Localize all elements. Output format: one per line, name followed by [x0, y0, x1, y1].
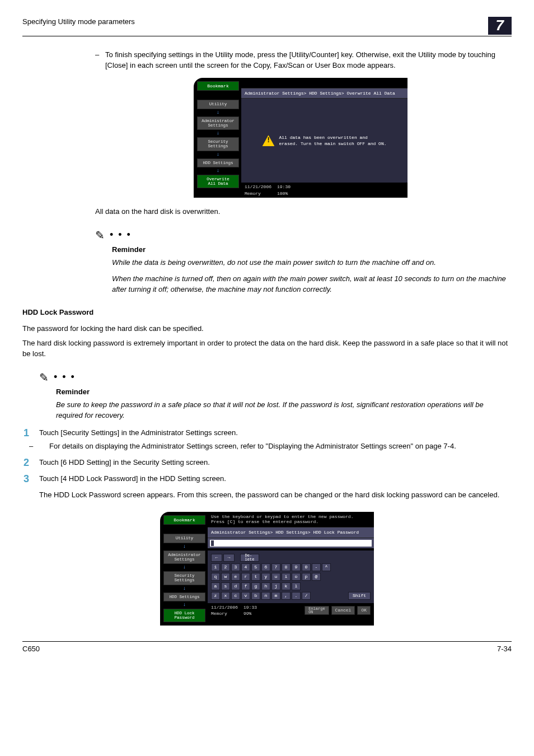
page-header-title: Specifying Utility mode parameters — [22, 17, 135, 27]
key-m[interactable]: m — [271, 592, 280, 600]
step-3-text: Touch [4 HDD Lock Password] in the HDD S… — [39, 474, 226, 483]
reminder-title: Reminder — [56, 387, 506, 398]
key-w[interactable]: w — [221, 573, 230, 581]
key-4[interactable]: 4 — [241, 563, 250, 571]
key-o[interactable]: o — [292, 573, 301, 581]
intro-bullet: –To finish specifying settings in the Ut… — [95, 50, 506, 71]
status-date: 11/21/2006 — [245, 184, 271, 189]
hdd-lock-p1: The password for locking the hard disk c… — [22, 324, 512, 334]
overwrite-message: All data has been overwritten and erased… — [279, 134, 386, 147]
reminder-icon: ✎ • • • — [95, 227, 506, 244]
arrow-down-icon: ↓ — [163, 586, 205, 591]
hdd-lock-heading: HDD Lock Password — [22, 307, 512, 318]
key-u[interactable]: u — [271, 573, 280, 581]
key-h[interactable]: h — [261, 582, 270, 590]
arrow-down-icon: ↓ — [163, 565, 205, 570]
reminder-text: While the data is being overwritten, do … — [112, 258, 506, 268]
warning-icon: ! — [262, 135, 274, 146]
key-z[interactable]: z — [211, 592, 220, 600]
key-7[interactable]: 7 — [271, 563, 280, 571]
crumb-step-lock-password[interactable]: HDD Lock Password — [163, 609, 205, 623]
key-.[interactable]: . — [292, 592, 301, 600]
key-t[interactable]: t — [251, 573, 260, 581]
key-f[interactable]: f — [241, 582, 250, 590]
arrow-down-icon: ↓ — [163, 603, 205, 608]
hdd-lock-p2: The hard disk locking password is extrem… — [22, 338, 512, 360]
arrow-left-key[interactable]: ← — [211, 554, 222, 562]
key-3[interactable]: 3 — [231, 563, 240, 571]
key-p[interactable]: p — [302, 573, 311, 581]
key-b[interactable]: b — [251, 592, 260, 600]
chapter-number: 7 — [488, 17, 512, 35]
step-number-2: 2 — [24, 458, 39, 468]
crumb-step-security[interactable]: Security Settings — [163, 571, 205, 585]
reminder-title: Reminder — [112, 245, 506, 255]
crumb-step-admin[interactable]: Administrator Settings — [163, 550, 205, 564]
breadcrumb: Administrator Settings> HDD Settings> Ov… — [241, 88, 407, 99]
key-1[interactable]: 1 — [211, 563, 220, 571]
key-e[interactable]: e — [231, 573, 240, 581]
status-memory-label: Memory — [245, 191, 261, 196]
key-d[interactable]: d — [231, 582, 240, 590]
key-9[interactable]: 9 — [292, 563, 301, 571]
key-6[interactable]: 6 — [261, 563, 270, 571]
key-0[interactable]: 0 — [302, 563, 311, 571]
footer-model: C650 — [22, 644, 40, 655]
key-v[interactable]: v — [241, 592, 250, 600]
step-number-1: 1 — [24, 428, 39, 438]
password-input[interactable] — [210, 540, 372, 547]
key-^[interactable]: ^ — [322, 563, 331, 571]
key-l[interactable]: l — [292, 582, 301, 590]
key-@[interactable]: @ — [312, 573, 321, 581]
screenshot-overwrite-complete: Bookmark Utility ↓ Administrator Setting… — [194, 78, 407, 198]
key-j[interactable]: j — [271, 582, 280, 590]
step-1-text: Touch [Security Settings] in the Adminis… — [39, 428, 238, 437]
key-x[interactable]: x — [221, 592, 230, 600]
key-y[interactable]: y — [261, 573, 270, 581]
bookmark-button[interactable]: Bookmark — [163, 515, 205, 525]
arrow-down-icon: ↓ — [197, 152, 239, 157]
arrow-down-icon: ↓ — [197, 131, 239, 136]
shift-key[interactable]: Shift — [348, 592, 371, 600]
crumb-step-utility[interactable]: Utility — [163, 534, 205, 543]
delete-key[interactable]: De- lete — [240, 554, 259, 562]
key-,[interactable]: , — [282, 592, 291, 600]
reminder-text: Be sure to keep the password in a safe p… — [56, 400, 506, 421]
crumb-step-overwrite[interactable]: Overwrite All Data — [197, 175, 239, 189]
status-memory-value: 99% — [243, 611, 251, 616]
crumb-step-admin[interactable]: Administrator Settings — [197, 116, 239, 130]
key-g[interactable]: g — [251, 582, 260, 590]
key-a[interactable]: a — [211, 582, 220, 590]
key-r[interactable]: r — [241, 573, 250, 581]
step-2-text: Touch [6 HDD Setting] in the Security Se… — [39, 458, 210, 466]
key--[interactable]: - — [312, 563, 321, 571]
arrow-down-icon: ↓ — [163, 544, 205, 549]
key-5[interactable]: 5 — [251, 563, 260, 571]
key-/[interactable]: / — [302, 592, 311, 600]
step-1-sub: For details on displaying the Administra… — [49, 442, 456, 450]
crumb-step-hdd[interactable]: HDD Settings — [197, 158, 239, 167]
status-memory-label: Memory — [211, 611, 227, 616]
key-c[interactable]: c — [231, 592, 240, 600]
overwrite-result-text: All data on the hard disk is overwritten… — [95, 207, 506, 217]
bookmark-button[interactable]: Bookmark — [197, 81, 239, 91]
crumb-step-utility[interactable]: Utility — [197, 100, 239, 109]
step-number-3: 3 — [24, 474, 39, 484]
ok-button[interactable]: OK — [357, 606, 371, 615]
arrow-down-icon: ↓ — [197, 169, 239, 174]
key-i[interactable]: i — [282, 573, 291, 581]
key-2[interactable]: 2 — [221, 563, 230, 571]
cancel-button[interactable]: Cancel — [331, 606, 355, 615]
key-q[interactable]: q — [211, 573, 220, 581]
crumb-step-security[interactable]: Security Settings — [197, 137, 239, 151]
key-s[interactable]: s — [221, 582, 230, 590]
arrow-down-icon: ↓ — [197, 110, 239, 115]
arrow-right-key[interactable]: → — [223, 554, 235, 562]
key-n[interactable]: n — [261, 592, 270, 600]
instruction-text: Use the keyboard or keypad to enter the … — [208, 512, 374, 527]
key-8[interactable]: 8 — [282, 563, 291, 571]
crumb-step-hdd[interactable]: HDD Settings — [163, 592, 205, 601]
status-time: 19:33 — [243, 605, 257, 610]
key-k[interactable]: k — [282, 582, 291, 590]
enlarge-button[interactable]: Enlarge ON — [305, 606, 329, 615]
